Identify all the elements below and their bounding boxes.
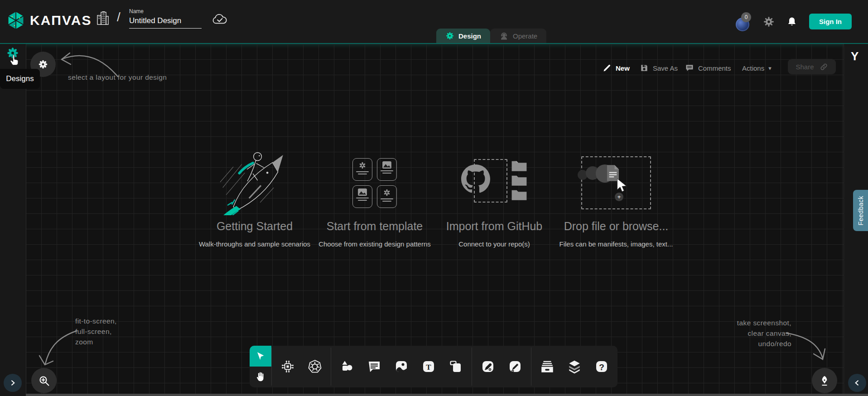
designs-tooltip: Designs bbox=[0, 69, 40, 89]
save-as-button[interactable]: Save As bbox=[640, 60, 678, 76]
tool-kubernetes[interactable] bbox=[305, 356, 324, 377]
layout-hint-text: select a layout for your design bbox=[68, 72, 167, 82]
github-icon bbox=[461, 164, 490, 193]
expand-left-panel-button[interactable] bbox=[4, 374, 22, 392]
collapse-right-panel-button[interactable] bbox=[848, 374, 866, 392]
horizontal-scrollbar[interactable] bbox=[26, 394, 868, 396]
template-mini-card bbox=[377, 185, 397, 208]
actions-dropdown[interactable]: Actions ▾ bbox=[742, 60, 772, 76]
tab-design-label: Design bbox=[458, 32, 481, 40]
pointer-tools-column bbox=[250, 346, 271, 387]
tool-layers[interactable] bbox=[565, 356, 584, 377]
hint-line: take screenshot, bbox=[737, 318, 791, 328]
card-title: Start from template bbox=[327, 220, 423, 233]
svg-text:?: ? bbox=[599, 362, 604, 372]
kanvas-logo[interactable]: KAΠVAS bbox=[6, 10, 92, 31]
github-illustration bbox=[435, 150, 553, 215]
design-spiral-icon bbox=[445, 31, 454, 40]
design-name-label: Name bbox=[129, 8, 204, 14]
new-button[interactable]: New bbox=[603, 60, 630, 76]
tool-select[interactable] bbox=[250, 346, 271, 367]
tool-shape-node[interactable] bbox=[446, 356, 465, 377]
template-mini-card bbox=[352, 158, 372, 181]
actions-hint-arrow bbox=[766, 330, 829, 364]
chevron-left-icon bbox=[854, 379, 861, 386]
manage-tools-section: ? bbox=[531, 346, 617, 387]
draw-tools-section bbox=[472, 346, 531, 387]
link-icon bbox=[820, 63, 828, 71]
select-cursor-icon bbox=[254, 350, 267, 362]
card-start-from-template[interactable]: Start from template Choose from existing… bbox=[316, 150, 434, 248]
share-button: Share bbox=[788, 59, 836, 74]
left-edge-strip bbox=[0, 44, 26, 396]
zoom-hint-arrow bbox=[32, 328, 82, 369]
design-name-input[interactable] bbox=[129, 14, 202, 29]
share-label: Share bbox=[796, 63, 814, 71]
tool-pen[interactable] bbox=[478, 356, 497, 377]
design-canvas[interactable]: Designs sele bbox=[0, 43, 868, 396]
header-right: 0 bbox=[736, 0, 852, 43]
zoom-in-button[interactable] bbox=[31, 368, 57, 393]
card-subtitle: Files can be manifests, images, text... bbox=[559, 240, 673, 248]
tool-pencil-freehand[interactable] bbox=[506, 356, 525, 377]
feedback-tab[interactable]: Feedback bbox=[853, 190, 868, 231]
card-getting-started[interactable]: Getting Started Walk-throughs and sample… bbox=[196, 150, 313, 248]
card-subtitle: Walk-throughs and sample scenarios bbox=[199, 240, 310, 248]
tab-design[interactable]: Design bbox=[436, 29, 490, 43]
notifications-bell-icon[interactable] bbox=[786, 16, 797, 28]
template-mini-card bbox=[377, 158, 397, 181]
tool-comment[interactable] bbox=[365, 356, 384, 377]
tool-text[interactable]: T bbox=[419, 356, 438, 377]
folder-icon bbox=[511, 189, 527, 201]
chevron-down-icon: ▾ bbox=[768, 65, 772, 72]
card-title: Drop file or browse... bbox=[564, 220, 669, 233]
feedback-label: Feedback bbox=[857, 196, 864, 225]
floppy-icon bbox=[640, 63, 649, 72]
pencil-icon bbox=[603, 63, 612, 72]
tool-media[interactable] bbox=[392, 356, 411, 377]
cursor-arrow-icon bbox=[616, 178, 629, 193]
notification-badge: 0 bbox=[741, 12, 751, 22]
card-title: Getting Started bbox=[217, 220, 293, 233]
pointer-hand-cursor-icon bbox=[7, 53, 22, 68]
template-grid-illustration bbox=[316, 150, 434, 215]
breadcrumb-slash: / bbox=[117, 10, 121, 24]
chevron-right-icon bbox=[9, 379, 16, 386]
mode-tabs: Design Operate bbox=[436, 29, 546, 43]
y-logo[interactable]: Y bbox=[851, 49, 858, 63]
tool-pan[interactable] bbox=[250, 367, 271, 387]
user-avatar[interactable]: 0 bbox=[736, 14, 751, 29]
svg-text:T: T bbox=[426, 363, 431, 372]
folder-icon bbox=[511, 174, 527, 186]
tool-dock: T bbox=[250, 346, 617, 387]
brand-name: KAΠVAS bbox=[30, 13, 92, 28]
tab-operate-label: Operate bbox=[513, 32, 537, 40]
annotate-pen-button[interactable] bbox=[812, 368, 837, 393]
design-name-field: Name bbox=[129, 8, 204, 29]
card-subtitle: Connect to your repo(s) bbox=[458, 240, 530, 248]
content-tools-section: T bbox=[331, 346, 472, 387]
kanvas-app: KAΠVAS / Name bbox=[0, 0, 868, 396]
pen-nib-icon bbox=[819, 375, 830, 386]
card-drop-file[interactable]: + Drop file or browse... Files can be ma… bbox=[557, 150, 675, 248]
cloud-saved-icon[interactable] bbox=[211, 13, 228, 26]
settings-gear-icon[interactable] bbox=[763, 16, 775, 28]
tool-help[interactable]: ? bbox=[592, 356, 611, 377]
organization-icon[interactable] bbox=[96, 10, 110, 26]
sign-in-button[interactable]: Sign In bbox=[809, 14, 852, 29]
canvas-grid bbox=[26, 44, 844, 396]
header: KAΠVAS / Name bbox=[0, 0, 868, 43]
card-import-from-github[interactable]: Import from GitHub Connect to your repo(… bbox=[435, 150, 553, 248]
operate-headset-icon bbox=[499, 31, 509, 41]
tool-relationship[interactable] bbox=[278, 356, 297, 377]
template-mini-card bbox=[352, 185, 372, 208]
actions-label: Actions bbox=[742, 64, 764, 72]
kanvas-hexagon-icon bbox=[6, 10, 25, 31]
connect-tools-section bbox=[272, 346, 331, 387]
tool-drawer[interactable] bbox=[538, 356, 557, 377]
tab-operate[interactable]: Operate bbox=[490, 29, 546, 43]
tool-shapes[interactable] bbox=[338, 356, 357, 377]
drop-file-illustration: + bbox=[557, 150, 675, 215]
comments-button[interactable]: Comments bbox=[685, 60, 731, 76]
magnifier-plus-icon bbox=[38, 375, 50, 387]
